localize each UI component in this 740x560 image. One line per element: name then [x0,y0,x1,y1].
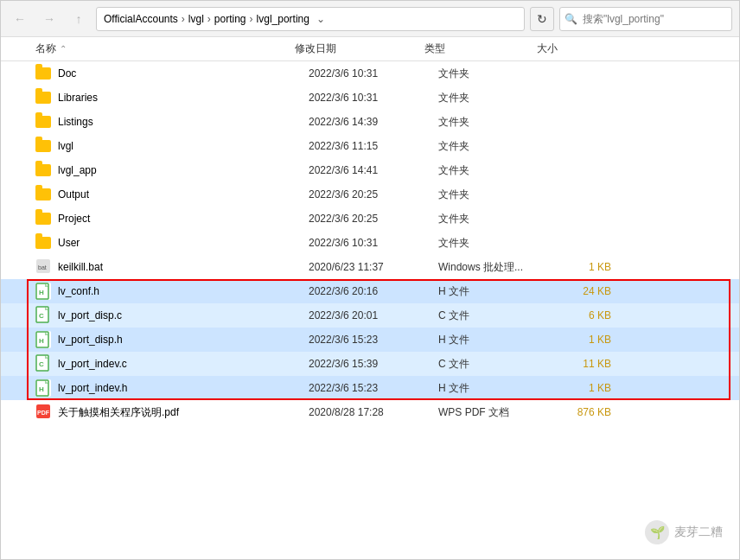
breadcrumb-porting[interactable]: porting [214,13,246,25]
svg-text:H: H [39,385,44,393]
file-type: 文件夹 [438,236,551,251]
file-type: C 文件 [438,357,551,372]
file-type: Windows 批处理... [438,260,551,275]
list-item[interactable]: Doc2022/3/6 10:31文件夹 [1,61,739,86]
file-name: Doc [58,67,309,80]
column-headers: 名称 ⌃ 修改日期 类型 大小 [1,37,739,61]
col-size-header[interactable]: 大小 [537,41,606,56]
list-item[interactable]: C lv_port_indev.c2022/3/6 15:39C 文件11 KB [1,352,739,376]
file-name: lv_port_indev.h [58,382,309,394]
file-name: lv_port_disp.c [58,309,309,321]
file-name: lv_port_indev.c [58,358,309,370]
list-item[interactable]: bat keilkill.bat2020/6/23 11:37Windows 批… [1,255,739,279]
list-item[interactable]: lvgl_app2022/3/6 14:41文件夹 [1,158,739,182]
up-button[interactable]: ↑ [67,7,91,31]
file-name: 关于触摸相关程序说明.pdf [58,405,309,420]
file-type: WPS PDF 文档 [438,405,551,420]
file-type: 文件夹 [438,163,551,178]
watermark: 🌱 麦芽二糟 [645,520,723,544]
file-date: 2022/3/6 20:25 [309,213,438,225]
file-type: H 文件 [438,333,551,347]
file-name: Listings [58,116,309,128]
sort-arrow-icon: ⌃ [60,44,67,54]
file-type: 文件夹 [438,139,551,154]
file-type: C 文件 [438,309,551,323]
breadcrumb-current[interactable]: lvgl_porting [257,13,309,25]
list-item[interactable]: H lv_conf.h2022/3/6 20:16H 文件24 KB [1,279,739,303]
folder-icon [35,162,51,178]
svg-text:C: C [39,360,44,368]
folder-icon [35,90,51,105]
folder-icon [35,138,51,154]
file-type: H 文件 [438,381,551,396]
list-item[interactable]: Listings2022/3/6 14:39文件夹 [1,110,739,134]
file-name: lv_port_disp.h [58,334,309,346]
file-size: 1 KB [551,334,620,346]
list-item[interactable]: Libraries2022/3/6 10:31文件夹 [1,86,739,110]
back-button[interactable]: ← [8,7,32,31]
file-date: 2022/3/6 20:01 [309,309,438,321]
file-name: lv_conf.h [58,285,309,297]
file-date: 2022/3/6 20:16 [309,285,438,297]
breadcrumb-officialaccounts[interactable]: OfficialAccounts [104,13,178,25]
file-type: 文件夹 [438,91,551,105]
list-item[interactable]: PDF 关于触摸相关程序说明.pdf2020/8/28 17:28WPS PDF… [1,400,739,424]
file-date: 2022/3/6 15:39 [309,358,438,370]
list-item[interactable]: H lv_port_disp.h2022/3/6 15:23H 文件1 KB [1,328,739,352]
search-wrapper: 🔍 [559,7,732,31]
folder-icon [35,114,51,130]
file-size: 876 KB [551,406,620,418]
refresh-button[interactable]: ↻ [530,7,554,31]
col-type-header[interactable]: 类型 [424,41,537,56]
list-item[interactable]: Project2022/3/6 20:25文件夹 [1,207,739,231]
col-name-header[interactable]: 名称 ⌃ [35,41,295,56]
watermark-text: 麦芽二糟 [674,525,723,540]
col-date-header[interactable]: 修改日期 [295,41,424,56]
file-type: 文件夹 [438,115,551,130]
svg-text:C: C [39,312,44,320]
forward-button[interactable]: → [37,7,61,31]
list-item[interactable]: User2022/3/6 10:31文件夹 [1,231,739,255]
list-item[interactable]: C lv_port_disp.c2022/3/6 20:01C 文件6 KB [1,303,739,328]
bat-icon: bat [35,259,51,275]
breadcrumb-lvgl[interactable]: lvgl [188,13,204,25]
folder-icon [35,235,51,251]
file-name: User [58,237,309,249]
folder-icon [35,66,51,81]
file-size: 11 KB [551,358,620,370]
file-size: 6 KB [551,309,620,321]
file-date: 2022/3/6 10:31 [309,237,438,249]
search-input[interactable] [559,7,732,31]
file-date: 2022/3/6 14:39 [309,116,438,128]
file-explorer-window: ← → ↑ OfficialAccounts › lvgl › porting … [0,0,740,560]
search-icon: 🔍 [565,13,577,25]
file-date: 2022/3/6 10:31 [309,67,438,80]
svg-text:H: H [39,337,44,345]
list-item[interactable]: Output2022/3/6 20:25文件夹 [1,182,739,207]
file-type: H 文件 [438,284,551,299]
watermark-icon: 🌱 [645,520,669,544]
file-date: 2022/3/6 15:23 [309,334,438,346]
file-name: Project [58,213,309,225]
file-name: Output [58,188,309,200]
list-item[interactable]: H lv_port_indev.h2022/3/6 15:23H 文件1 KB [1,376,739,400]
file-type: 文件夹 [438,188,551,202]
file-name: Libraries [58,92,309,104]
file-name: lvgl [58,140,309,152]
file-size: 1 KB [551,261,620,273]
file-date: 2022/3/6 14:41 [309,164,438,176]
file-name: keilkill.bat [58,261,309,273]
file-date: 2020/6/23 11:37 [309,261,438,273]
svg-text:PDF: PDF [37,410,50,416]
list-item[interactable]: lvgl2022/3/6 11:15文件夹 [1,134,739,158]
folder-icon [35,211,51,226]
file-date: 2022/3/6 20:25 [309,188,438,200]
svg-text:H: H [39,289,44,296]
pdf-icon: PDF [35,404,51,420]
file-size: 24 KB [551,285,620,297]
file-name: lvgl_app [58,164,309,176]
file-date: 2022/3/6 11:15 [309,140,438,152]
file-type: 文件夹 [438,67,551,81]
file-list: Doc2022/3/6 10:31文件夹Libraries2022/3/6 10… [1,61,739,559]
breadcrumb[interactable]: OfficialAccounts › lvgl › porting › lvgl… [96,7,525,31]
